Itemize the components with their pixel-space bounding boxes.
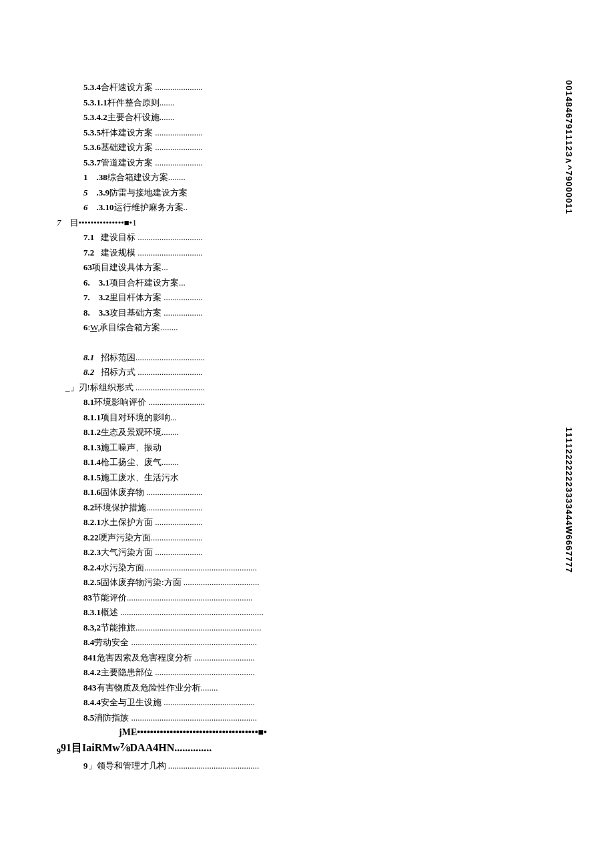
toc-line: 8.2 招标方式 .............................. [57,365,537,380]
toc-line: 63项目建设具体方案... [57,260,537,276]
toc-line: 8.2.4水污染方面..............................… [57,560,537,576]
toc-line: 6. 3.1项目合杆建设方案... [57,276,537,291]
toc-line: 8.5消防指族 ................................… [57,711,537,726]
toc-line: 8.4.4安全与卫生设施 ...........................… [57,695,537,711]
toc-line: 7 目•••••••••••••••■•1 [57,215,537,231]
toc-line: 5 .3.9防雷与接地建设方案 [57,185,537,201]
toc-content: 5.3.4合杆速设方案 ......................5.3.1.… [57,80,537,774]
toc-line: 8.1.5施工废水、生活污水 [57,470,537,486]
toc-line: 8.2.1水土保护方面 ...................... [57,515,537,530]
toc-line: 8.4.2主要隐患部位 ............................… [57,665,537,681]
toc-line: 7. 3.2里目杆体方案 .................. [57,290,537,306]
toc-line: 991⽬IaiRMw⁷⁄₈DAA4HN.............. [57,741,537,759]
margin-code-bottom: 111122222223333444W6667777 [564,427,574,573]
toc-line: 8.1.2生态及景观环境........ [57,425,537,440]
toc-line: 843有害物质及危险性作业分析........ [57,681,537,696]
toc-line: 5.3.4合杆速设方案 ...................... [57,80,537,95]
toc-line: 841危害因索及危害程度分析 .........................… [57,650,537,666]
toc-line: 8.1.3施工噪声、振动 [57,440,537,456]
toc-line: 7.1 建设目标 .............................. [57,230,537,246]
toc-line: 8.4劳动安全 ................................… [57,635,537,650]
toc-line: 8.22哽声污染方面........................ [57,530,537,546]
toc-line: jME•••••••••••••••••••••••••••••••••••••… [57,725,537,741]
toc-line: 8.1.1项目对环境的影响... [57,410,537,426]
toc-line: 5.3.6基础建设方案 ...................... [57,140,537,155]
toc-line [57,336,537,350]
toc-line: 8.2.5固体废弃物污染:方面 ........................… [57,575,537,590]
toc-line: 8.3.1概述 ................................… [57,605,537,620]
toc-line: 5.3.7管道建设方案 ...................... [57,155,537,171]
toc-line: 6:W,承目综合箱方案........ [57,320,537,336]
toc-line: _」刃!标组织形式 ..............................… [57,380,537,396]
toc-line: 9」领导和管理才几构 .............................… [57,759,537,774]
toc-line: 6 .3.10运行维护麻务方案.. [57,200,537,215]
toc-line: 1 .38综合箱建设方案........ [57,170,537,185]
toc-line: 8.1 招标范困................................ [57,350,537,366]
toc-line: 5.3.1.1杆件整合原则....... [57,95,537,111]
toc-line: 8. 3.3攻目基础方案 .................. [57,306,537,321]
toc-line: 8.3,2节能推旅...............................… [57,620,537,636]
toc-line: 83节能评价..................................… [57,590,537,606]
toc-line: 5.3.5杆体建设方案 ...................... [57,125,537,141]
margin-code-top: 0014846791112З∧^79000011 [564,80,574,215]
toc-line: 8.1.6固体废弃物 .......................... [57,485,537,500]
toc-line: 8.2环境保护措施.......................... [57,500,537,516]
toc-line: 8.2.3大气污染方面 ...................... [57,545,537,560]
toc-line: 8.1环境影响评价 .......................... [57,395,537,410]
toc-line: 8.1.4枪工扬尘、废气........ [57,455,537,470]
toc-line: 7.2 建设规模 .............................. [57,246,537,261]
toc-line: 5.3.4.2主要合杆设施....... [57,110,537,125]
